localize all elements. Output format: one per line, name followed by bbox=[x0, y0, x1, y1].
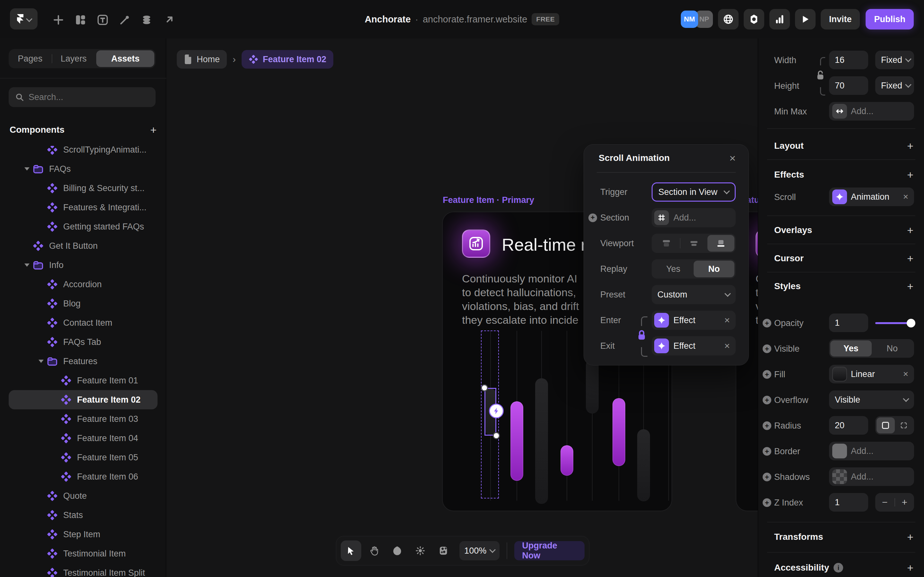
sidebar-item-info[interactable]: Info bbox=[9, 255, 158, 275]
add-transform-button[interactable]: + bbox=[907, 531, 913, 543]
sidebar-item-features-integrati[interactable]: Features & Integrati... bbox=[9, 198, 158, 217]
sidebar-item-features[interactable]: Features bbox=[9, 351, 158, 371]
theme-sun-icon[interactable] bbox=[410, 540, 431, 561]
localization-button[interactable] bbox=[718, 9, 738, 29]
invite-button[interactable]: Invite bbox=[821, 9, 860, 29]
viewport-top-option[interactable] bbox=[653, 235, 680, 251]
radius-corners-option[interactable] bbox=[895, 417, 913, 434]
sidebar-item-blog[interactable]: Blog bbox=[9, 294, 158, 313]
sidebar-item-feature-item-02[interactable]: Feature Item 02 bbox=[9, 390, 158, 409]
cms-database-icon[interactable] bbox=[140, 13, 153, 27]
sidebar-item-feature-item-05[interactable]: Feature Item 05 bbox=[9, 448, 158, 467]
analytics-button[interactable] bbox=[769, 9, 790, 29]
visible-yes-option[interactable]: Yes bbox=[830, 340, 872, 356]
add-section-icon[interactable]: + bbox=[588, 213, 597, 222]
tab-pages[interactable]: Pages bbox=[9, 54, 52, 64]
avatar[interactable]: NM bbox=[681, 11, 698, 28]
close-icon[interactable]: × bbox=[729, 153, 736, 163]
shadows-picker[interactable]: Add... bbox=[829, 467, 914, 486]
sidebar-item-stats[interactable]: Stats bbox=[9, 506, 158, 525]
add-border-icon[interactable]: + bbox=[762, 447, 771, 456]
add-zindex-icon[interactable]: + bbox=[762, 498, 771, 507]
add-effect-button[interactable]: + bbox=[907, 169, 913, 181]
viewport-center-option[interactable] bbox=[680, 235, 708, 251]
layout-icon[interactable] bbox=[73, 13, 87, 27]
upgrade-button[interactable]: Upgrade Now bbox=[514, 541, 585, 560]
plugins-button[interactable] bbox=[744, 9, 764, 29]
chart-bar[interactable] bbox=[637, 429, 650, 501]
sidebar-item-feature-item-04[interactable]: Feature Item 04 bbox=[9, 429, 158, 448]
replay-yes-option[interactable]: Yes bbox=[653, 261, 694, 277]
sidebar-item-feature-item-03[interactable]: Feature Item 03 bbox=[9, 409, 158, 429]
lock-icon[interactable] bbox=[636, 327, 648, 344]
remove-icon[interactable]: × bbox=[903, 369, 908, 379]
asset-search[interactable] bbox=[9, 87, 156, 107]
increment-button[interactable]: + bbox=[895, 497, 914, 508]
add-cursor-button[interactable]: + bbox=[907, 252, 913, 265]
chart-bar[interactable] bbox=[612, 398, 625, 466]
add-overflow-icon[interactable]: + bbox=[762, 396, 771, 405]
chevron-down-icon[interactable] bbox=[36, 359, 47, 363]
breadcrumb-current[interactable]: Feature Item 02 bbox=[242, 50, 333, 69]
tab-layers[interactable]: Layers bbox=[52, 54, 95, 64]
resize-handle-top[interactable] bbox=[481, 384, 488, 392]
sidebar-item-quote[interactable]: Quote bbox=[9, 486, 158, 506]
breadcrumb-home[interactable]: Home bbox=[177, 50, 227, 69]
resize-handle-bottom[interactable] bbox=[493, 432, 500, 439]
sidebar-item-faqs-tab[interactable]: FAQs Tab bbox=[9, 332, 158, 351]
add-opacity-icon[interactable]: + bbox=[762, 319, 771, 327]
chevron-down-icon[interactable] bbox=[21, 263, 32, 267]
height-mode-select[interactable]: Fixed bbox=[875, 76, 914, 95]
chart-bar[interactable] bbox=[561, 445, 573, 476]
effect-bolt-badge[interactable] bbox=[489, 404, 504, 418]
remove-icon[interactable]: × bbox=[903, 192, 908, 202]
height-input[interactable]: 70 bbox=[829, 76, 868, 95]
overflow-select[interactable]: Visible bbox=[829, 390, 914, 409]
zindex-input[interactable]: 1 bbox=[829, 493, 868, 512]
enter-effect[interactable]: Effect × bbox=[652, 311, 736, 330]
add-visible-icon[interactable]: + bbox=[762, 345, 771, 353]
zoom-select[interactable]: 100% bbox=[459, 541, 499, 560]
opacity-slider[interactable] bbox=[875, 322, 914, 324]
vector-pen-icon[interactable] bbox=[118, 13, 132, 27]
sidebar-item-billing-security-st[interactable]: Billing & Security st... bbox=[9, 179, 158, 198]
chevron-down-icon[interactable] bbox=[21, 167, 32, 171]
avatar[interactable]: NP bbox=[696, 11, 713, 28]
trigger-select[interactable]: Section in View bbox=[652, 182, 736, 201]
add-radius-icon[interactable]: + bbox=[762, 422, 771, 430]
exit-effect[interactable]: Effect × bbox=[652, 336, 736, 356]
sidebar-item-getting-started-faqs[interactable]: Getting started FAQs bbox=[9, 217, 158, 236]
scroll-animation-chip[interactable]: Animation × bbox=[829, 187, 914, 206]
add-shadow-icon[interactable]: + bbox=[762, 473, 771, 482]
chart-bar[interactable] bbox=[510, 401, 523, 481]
fill-picker[interactable]: Linear × bbox=[829, 365, 914, 384]
sidebar-item-contact-item[interactable]: Contact Item bbox=[9, 313, 158, 332]
select-tool[interactable] bbox=[341, 540, 361, 561]
component-variant-label[interactable]: Feature Item · Primary bbox=[443, 195, 534, 205]
chart-bar[interactable] bbox=[535, 378, 548, 504]
sidebar-item-feature-item-06[interactable]: Feature Item 06 bbox=[9, 467, 158, 486]
canvas[interactable]: Home › Feature Item 02 Feature Item · Pr… bbox=[166, 39, 758, 577]
sidebar-item-step-item[interactable]: Step Item bbox=[9, 525, 158, 544]
viewport-bottom-option[interactable] bbox=[708, 235, 734, 251]
add-fill-icon[interactable]: + bbox=[762, 370, 771, 379]
sidebar-item-feature-item-01[interactable]: Feature Item 01 bbox=[9, 371, 158, 390]
comment-tool[interactable] bbox=[387, 540, 407, 561]
text-tool-icon[interactable] bbox=[95, 13, 110, 27]
section-picker[interactable]: Add... bbox=[652, 208, 736, 227]
publish-button[interactable]: Publish bbox=[866, 9, 914, 29]
minmax-picker[interactable]: Add... bbox=[829, 102, 914, 121]
search-input[interactable] bbox=[29, 92, 149, 102]
add-style-button[interactable]: + bbox=[907, 280, 913, 293]
add-accessibility-button[interactable]: + bbox=[907, 562, 913, 574]
framer-logo-menu[interactable] bbox=[10, 8, 37, 29]
add-component-button[interactable]: + bbox=[150, 124, 157, 135]
remove-icon[interactable]: × bbox=[724, 340, 730, 351]
opacity-input[interactable]: 1 bbox=[829, 314, 868, 332]
radius-uniform-option[interactable] bbox=[877, 417, 895, 434]
hand-tool[interactable] bbox=[364, 540, 384, 561]
unlock-icon[interactable] bbox=[814, 67, 826, 85]
sidebar-item-testimonial-item-split[interactable]: Testimonial Item Split bbox=[9, 563, 158, 577]
remove-icon[interactable]: × bbox=[724, 315, 730, 326]
sidebar-item-get-it-button[interactable]: Get It Button bbox=[9, 236, 158, 255]
